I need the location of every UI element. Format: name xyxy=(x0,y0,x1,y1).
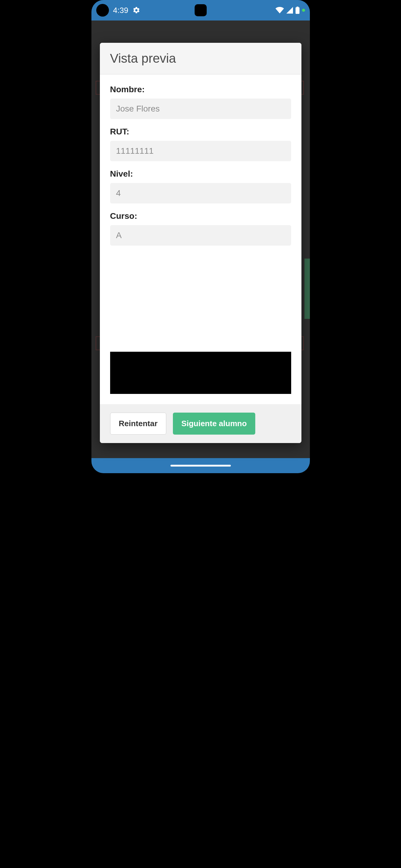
camera-cutout xyxy=(96,4,109,17)
background-element xyxy=(305,258,310,319)
field-label-nombre: Nombre: xyxy=(110,85,291,94)
field-label-nivel: Nivel: xyxy=(110,169,291,179)
field-label-rut: RUT: xyxy=(110,127,291,136)
settings-icon xyxy=(133,6,140,14)
device-frame: 4:39 Vista previa xyxy=(91,0,310,473)
svg-rect-1 xyxy=(296,7,298,7)
privacy-indicator-icon xyxy=(302,9,305,12)
preview-dialog: Vista previa Nombre: Jose Flores RUT: 11… xyxy=(100,43,302,443)
home-gesture-bar[interactable] xyxy=(170,465,231,467)
wifi-icon xyxy=(276,7,284,13)
field-nombre: Nombre: Jose Flores xyxy=(110,85,291,119)
spacer xyxy=(110,253,291,346)
dialog-footer: Reintentar Siguiente alumno xyxy=(100,404,302,443)
status-time: 4:39 xyxy=(113,6,128,15)
battery-icon xyxy=(295,7,299,14)
retry-button[interactable]: Reintentar xyxy=(110,412,167,435)
status-bar: 4:39 xyxy=(91,0,310,21)
image-preview-placeholder xyxy=(110,352,291,394)
field-value-nombre: Jose Flores xyxy=(110,98,291,119)
dialog-title: Vista previa xyxy=(110,51,291,66)
field-value-curso: A xyxy=(110,225,291,246)
cell-signal-icon xyxy=(286,7,293,13)
field-label-curso: Curso: xyxy=(110,211,291,221)
app-backdrop: Vista previa Nombre: Jose Flores RUT: 11… xyxy=(91,21,310,458)
android-nav-bar xyxy=(91,458,310,473)
status-left: 4:39 xyxy=(96,4,141,17)
dialog-header: Vista previa xyxy=(100,43,302,74)
field-rut: RUT: 11111111 xyxy=(110,127,291,161)
dialog-body[interactable]: Nombre: Jose Flores RUT: 11111111 Nivel:… xyxy=(100,74,302,404)
field-value-nivel: 4 xyxy=(110,183,291,204)
next-student-button[interactable]: Siguiente alumno xyxy=(173,412,255,435)
field-curso: Curso: A xyxy=(110,211,291,246)
notch xyxy=(195,4,207,16)
svg-rect-0 xyxy=(295,7,299,14)
status-right xyxy=(276,7,305,14)
field-value-rut: 11111111 xyxy=(110,141,291,161)
field-nivel: Nivel: 4 xyxy=(110,169,291,204)
